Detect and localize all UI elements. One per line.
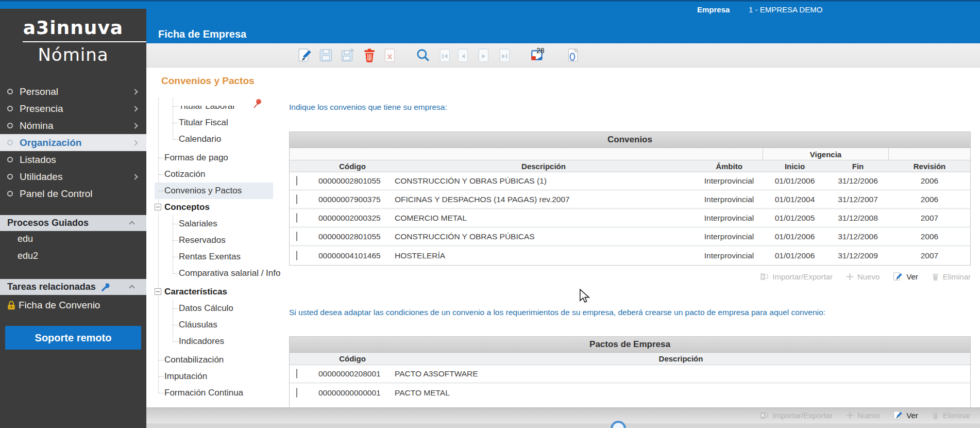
sidebar-menu-item[interactable]: Presencia [0, 100, 146, 117]
tree-item[interactable]: Formación Continua [155, 385, 273, 401]
pacto-row[interactable]: 00000000000001 PACTO METAL [290, 384, 970, 402]
tree-item-label: Imputación [164, 371, 207, 382]
sidebar-menu-item[interactable]: Organización [0, 134, 146, 151]
tree-item[interactable]: Comparativa salarial / Infor [155, 265, 273, 282]
convenios-rows: 00000002801055 CONSTRUCCIÓN Y OBRAS PÚBI… [290, 172, 970, 265]
cell-ambito: Interprovincial [696, 213, 763, 223]
menu-item-label: Nómina [20, 120, 53, 131]
tree-item-label: Titular Fiscal [179, 118, 228, 128]
tree-item[interactable]: Características [155, 284, 273, 300]
convenio-row[interactable]: 00000007900375 OFICINAS Y DESPACHOS (14 … [290, 191, 970, 209]
menu-item-label: Panel de Control [20, 188, 93, 200]
tree-connector [173, 308, 178, 309]
row-checkbox[interactable] [296, 251, 297, 260]
cell-inicio: 01/01/2006 [763, 232, 827, 241]
procesos-guiados-list: edu edu2 [0, 231, 146, 265]
tree-item-label: Comparativa salarial / Infor [179, 268, 280, 278]
tarea-ficha-convenio[interactable]: Ficha de Convenio [0, 297, 146, 314]
tree-item-label: Contabilización [164, 355, 224, 365]
convenios-table: Convenios Vigencia Código Descripción Ám… [289, 131, 971, 266]
logo-divider [23, 41, 146, 42]
cell-codigo: 00000000000001 [313, 388, 392, 398]
collapse-minus-icon[interactable] [155, 204, 161, 210]
importar-exportar-button[interactable]: Importar/Exportar [760, 411, 833, 420]
sidebar-menu-item[interactable]: Panel de Control [0, 185, 146, 202]
sidebar-menu-item[interactable]: Listados [0, 151, 146, 168]
app-logo: a3innuva Nómina [0, 9, 146, 65]
tree-item[interactable]: Contabilización [155, 352, 273, 368]
empresa-selector[interactable]: 1 - EMPRESA DEMO [749, 5, 822, 14]
page-header-title: Ficha de Empresa [158, 28, 246, 40]
procesos-guiados-title: Procesos Guiados [7, 218, 89, 228]
sidebar-menu-item[interactable]: Personal [0, 83, 146, 100]
eliminar-button[interactable]: Eliminar [932, 272, 971, 281]
row-checkbox[interactable] [296, 194, 297, 204]
row-checkbox[interactable] [296, 388, 297, 398]
search-icon[interactable] [415, 48, 431, 63]
tareas-relacionadas-header[interactable]: Tareas relacionadas [0, 279, 146, 295]
next-record-icon[interactable] [476, 48, 492, 63]
tree-item[interactable]: Titular Fiscal [155, 114, 273, 131]
edit-icon[interactable] [297, 48, 312, 63]
save-icon[interactable] [318, 48, 334, 63]
first-record-icon[interactable] [437, 48, 453, 63]
proceso-guiado-item[interactable]: edu2 [0, 248, 146, 265]
last-record-icon[interactable] [497, 48, 513, 63]
convenio-row[interactable]: 00000002000325 COMERCIO METAL Interprovi… [290, 209, 970, 228]
tree-item[interactable]: Calendario [155, 131, 273, 147]
tree-item[interactable]: Rentas Exentas [155, 249, 273, 265]
logo-product: Nómina [0, 44, 146, 65]
sidebar-menu-item[interactable]: Nómina [0, 117, 146, 134]
convenio-row[interactable]: 00000002801055 CONSTRUCCIÓN Y OBRAS PÚBI… [290, 172, 970, 191]
empresa-label: Empresa [697, 5, 730, 14]
row-checkbox[interactable] [296, 369, 297, 378]
cell-ambito: Interprovincial [696, 232, 763, 241]
row-checkbox[interactable] [296, 176, 297, 186]
importar-exportar-button[interactable]: Importar/Exportar [760, 272, 833, 281]
bullet-ring-icon [7, 191, 13, 196]
nuevo-button[interactable]: Nuevo [846, 411, 880, 420]
eliminar-button[interactable]: Eliminar [932, 411, 971, 420]
cell-revision: 2006 [889, 195, 970, 204]
tree-connector [159, 376, 164, 377]
tree-item[interactable]: Datos Cálculo [155, 300, 273, 317]
ver-button[interactable]: Ver [893, 410, 918, 420]
cancel-icon[interactable] [382, 48, 398, 63]
cell-revision: 2006 [889, 232, 970, 241]
tree-item[interactable]: Conceptos [155, 199, 273, 216]
top-bar: Empresa 1 - EMPRESA DEMO Ficha de Empres… [0, 0, 980, 43]
row-checkbox[interactable] [296, 232, 297, 241]
row-checkbox[interactable] [296, 213, 297, 223]
nuevo-label: Nuevo [857, 272, 880, 281]
save-as-icon[interactable] [340, 48, 356, 63]
tree-item[interactable]: Salariales [155, 216, 273, 232]
tree-item[interactable]: Formas de pago [155, 150, 273, 166]
previous-record-icon[interactable] [455, 48, 471, 63]
pacto-row[interactable]: 00000000208001 PACTO A3SOFTWARE [290, 365, 970, 384]
main-content: Convenios y Pactos Titular Laboral [146, 68, 980, 428]
cell-codigo: 00000004101465 [313, 251, 392, 260]
tree-item[interactable]: Imputación [155, 368, 273, 385]
tree-item[interactable]: Cotización [155, 166, 273, 183]
proceso-guiado-item[interactable]: edu [0, 231, 146, 248]
tareas-relacionadas-title: Tareas relacionadas [7, 282, 96, 292]
procesos-guiados-header[interactable]: Procesos Guiados [0, 215, 146, 231]
convenio-row[interactable]: 00000004101465 HOSTELERÍA Interprovincia… [290, 246, 970, 265]
soporte-remoto-button[interactable]: Soporte remoto [5, 326, 141, 350]
cell-codigo: 00000000208001 [313, 369, 392, 378]
cell-revision: 2006 [889, 176, 970, 186]
nuevo-button[interactable]: Nuevo [846, 272, 880, 281]
tree-item[interactable]: Indicadores [155, 333, 273, 350]
convenios-actions: Importar/Exportar Nuevo Ver Eliminar [760, 272, 971, 282]
tree-item[interactable]: Titular Laboral [155, 98, 273, 114]
sidebar-menu-item[interactable]: Utilidades [0, 168, 146, 185]
ver-button[interactable]: Ver [893, 272, 918, 282]
tree-item[interactable]: Convenios y Pactos [155, 183, 273, 199]
collapse-minus-icon[interactable] [155, 288, 161, 295]
attachments-icon[interactable] [565, 48, 581, 63]
convenio-row[interactable]: 00000002801055 CONSTRUCCIÓN Y OBRAS PÚBI… [290, 228, 970, 246]
delete-icon[interactable] [362, 48, 377, 63]
tree-item[interactable]: Cláusulas [155, 317, 273, 333]
cell-codigo: 00000002801055 [313, 176, 392, 186]
tree-item[interactable]: Reservados [155, 232, 273, 249]
